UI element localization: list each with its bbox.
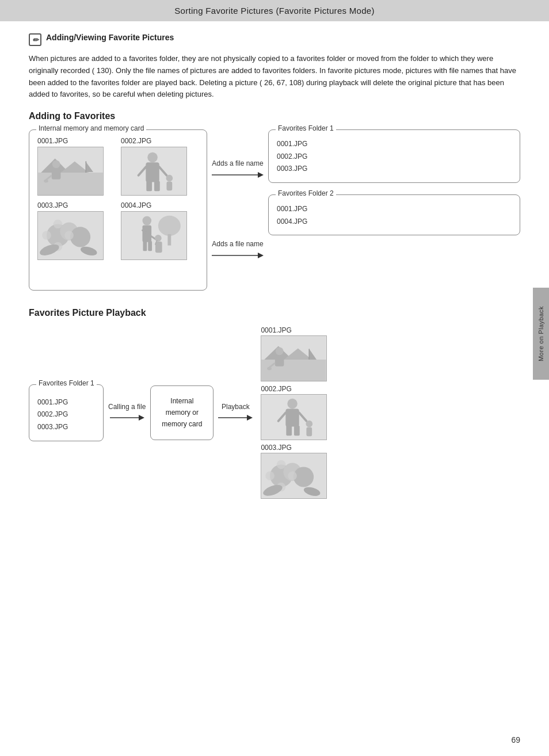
favorites-folder-1: Favorites Folder 1 0001.JPG 0002.JPG 000… [268,129,520,183]
playback-heading: Favorites Picture Playback [29,308,520,318]
photo-item-1: 0001.JPG [37,137,115,196]
svg-rect-34 [143,241,147,251]
arrow-row-1: Adds a file name [212,159,264,180]
pb-photo-label-1: 0001.JPG [261,326,291,334]
pb-fav-folder-label: Favorites Folder 1 [36,379,97,387]
svg-rect-55 [275,355,284,366]
svg-point-17 [166,175,173,182]
side-tab-text: More on Playback [537,306,544,361]
note-section: ✏ Adding/Viewing Favorite Pictures [29,33,520,46]
svg-rect-31 [167,234,171,246]
middle-arrows: Adds a file name Adds a file name [207,129,268,291]
favorites-folder-2: Favorites Folder 2 0001.JPG 0004.JPG [268,194,520,235]
svg-rect-62 [294,426,300,436]
main-content: ✏ Adding/Viewing Favorite Pictures When … [0,21,549,528]
svg-point-25 [64,231,74,240]
svg-rect-61 [287,426,292,436]
page-header: Sorting Favorite Pictures (Favorite Pict… [0,0,549,21]
pb-photo-label-3: 0003.JPG [261,444,291,452]
svg-point-73 [288,471,298,480]
memory-box: Internal memory and memory card 0001.JPG [29,129,207,291]
calling-arrow: Calling a file [106,403,148,423]
photo-img-4 [121,211,187,260]
svg-point-57 [268,367,272,371]
note-icon: ✏ [29,33,41,46]
svg-point-9 [44,180,48,183]
svg-rect-13 [146,181,152,192]
svg-rect-60 [286,409,299,427]
fav-folder2-label: Favorites Folder 2 [276,189,336,197]
fav-folder2-file-1: 0001.JPG [277,203,512,216]
svg-marker-45 [139,415,144,421]
photo-img-2 [121,147,187,196]
pb-photo-img-3 [261,453,327,499]
adding-diagram: Internal memory and memory card 0001.JPG [29,129,520,291]
svg-rect-49 [262,360,326,381]
photo-item-2: 0002.JPG [121,137,199,196]
memory-box-label: Internal memory and memory card [36,124,146,132]
svg-rect-66 [307,427,312,437]
fav-folder2-files: 0001.JPG 0004.JPG [277,203,512,228]
pb-photo-label-2: 0002.JPG [261,385,291,393]
internal-memory-box: Internalmemory ormemory card [150,385,214,440]
svg-rect-1 [38,173,102,195]
photos-grid: 0001.JPG [37,137,199,260]
photo-item-4: 0004.JPG [121,201,199,260]
adding-heading: Adding to Favorites [29,111,520,121]
photo-label-3: 0003.JPG [37,201,68,209]
pb-photo-img-2 [261,394,327,440]
fav-folder1-file-3: 0003.JPG [277,163,512,175]
svg-point-32 [142,216,151,226]
svg-point-72 [266,471,275,480]
side-tab: More on Playback [533,288,549,380]
fav-folder1-file-2: 0002.JPG [277,151,512,163]
pb-photo-item-3: 0003.JPG [261,444,327,499]
fav-folder1-files: 0001.JPG 0002.JPG 0003.JPG [277,138,512,175]
photo-label-2: 0002.JPG [121,137,151,145]
photo-img-1 [37,147,104,196]
pb-fav-file-2: 0002.JPG [37,408,95,421]
calling-label: Calling a file [108,403,146,411]
svg-point-6 [52,161,60,169]
svg-marker-47 [247,415,253,421]
svg-marker-41 [258,172,264,178]
arrow-row-2: Adds a file name [212,240,264,261]
pb-photos-column: 0001.JPG [261,326,327,499]
pb-fav-file-1: 0001.JPG [37,396,95,409]
svg-rect-12 [146,163,159,182]
photo-item-3: 0003.JPG [37,201,115,260]
svg-rect-35 [148,241,152,251]
photo-img-3 [37,211,104,260]
photo-label-1: 0001.JPG [37,137,68,145]
fav-folder1-label: Favorites Folder 1 [276,124,336,132]
pb-fav-folder-1: Favorites Folder 1 0001.JPG 0002.JPG 000… [29,384,104,441]
svg-rect-14 [154,181,160,192]
svg-point-23 [54,220,63,229]
svg-point-54 [276,348,284,356]
arrow1-text: Adds a file name [212,159,263,167]
fav-folder1-file-1: 0001.JPG [277,138,512,151]
arrow2-text: Adds a file name [212,240,263,248]
svg-point-24 [42,231,51,240]
svg-point-37 [155,235,162,242]
page-number: 69 [511,735,520,744]
svg-point-59 [288,399,298,409]
svg-point-65 [306,421,313,427]
body-text: When pictures are added to a favorites f… [29,53,520,101]
svg-marker-43 [258,253,264,258]
playback-diagram: Favorites Folder 1 0001.JPG 0002.JPG 000… [29,326,520,499]
pb-photo-item-2: 0002.JPG [261,385,327,440]
pb-photo-img-1 [261,335,327,381]
pb-photo-item-1: 0001.JPG [261,326,327,381]
fav-folder2-file-2: 0004.JPG [277,216,512,228]
svg-rect-7 [52,168,61,180]
header-title: Sorting Favorite Pictures (Favorite Pict… [174,6,375,16]
svg-point-71 [277,460,286,469]
svg-point-11 [147,152,158,163]
svg-rect-18 [166,182,172,191]
svg-point-30 [158,216,181,236]
internal-label: Internalmemory ormemory card [162,397,202,429]
photo-label-4: 0004.JPG [121,201,151,209]
note-title: Adding/Viewing Favorite Pictures [46,33,174,42]
favorites-boxes: Favorites Folder 1 0001.JPG 0002.JPG 000… [268,129,520,291]
